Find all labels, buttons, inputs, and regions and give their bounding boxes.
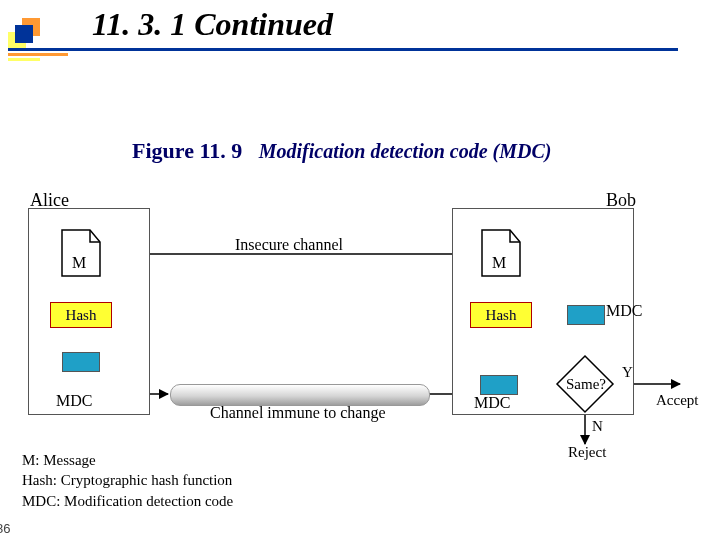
legend-line-2: Hash: Cryptographic hash function — [22, 470, 233, 490]
page-number: 36 — [0, 521, 10, 536]
section-heading: 11. 3. 1 Continued — [92, 6, 333, 43]
bullet-navy — [15, 25, 33, 43]
header-rule-orange — [8, 53, 68, 56]
accept-label: Accept — [656, 392, 698, 409]
bob-mdc-received — [480, 375, 518, 395]
immune-channel-label: Channel immune to change — [210, 404, 386, 422]
insecure-channel-label: Insecure channel — [235, 236, 343, 254]
figure-caption: Figure 11. 9 Modification detection code… — [132, 138, 551, 164]
immune-channel-pipe — [170, 384, 430, 406]
figure-number: Figure 11. 9 — [132, 138, 242, 163]
header-rule-navy — [8, 48, 678, 51]
header-rule-yellow — [8, 58, 40, 61]
legend-line-1: M: Message — [22, 450, 233, 470]
bob-hash-box: Hash — [470, 302, 532, 328]
legend: M: Message Hash: Cryptographic hash func… — [22, 450, 233, 511]
bob-mdc-computed — [567, 305, 605, 325]
reject-label: Reject — [568, 444, 606, 461]
bob-mdc-computed-label: MDC — [606, 302, 642, 320]
alice-hash-box: Hash — [50, 302, 112, 328]
same-label: Same? — [566, 376, 606, 393]
legend-line-3: MDC: Modification detection code — [22, 491, 233, 511]
bob-mdc-received-label: MDC — [474, 394, 510, 412]
alice-mdc-output — [62, 352, 100, 372]
bob-message-label: M — [492, 254, 506, 272]
alice-mdc-label: MDC — [56, 392, 92, 410]
decision-yes: Y — [622, 364, 633, 381]
mdc-diagram: Alice Bob M Hash MDC M Hash MDC MDC Inse… — [20, 196, 700, 456]
slide: 11. 3. 1 Continued Figure 11. 9 Modifica… — [0, 0, 720, 540]
bob-label: Bob — [606, 190, 636, 211]
alice-label: Alice — [30, 190, 69, 211]
alice-message-label: M — [72, 254, 86, 272]
figure-title: Modification detection code (MDC) — [259, 140, 552, 162]
decision-no: N — [592, 418, 603, 435]
